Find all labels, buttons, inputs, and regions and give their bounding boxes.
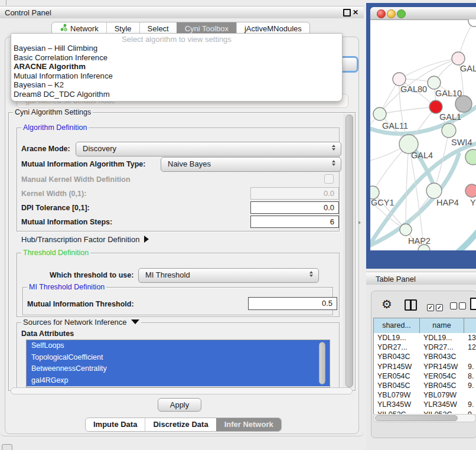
- table-row[interactable]: YBR043CYBR043C: [374, 352, 476, 361]
- table-row[interactable]: YPR145WYPR145W9.: [374, 362, 476, 371]
- new-table-icon[interactable]: [470, 298, 476, 310]
- tab-infer-network[interactable]: Infer Network: [216, 418, 281, 431]
- node-table-body: YDL19...YDL19...13YDR27...YDR27...12YBR0…: [373, 333, 476, 414]
- network-node-GAL11[interactable]: [373, 107, 386, 120]
- table-row[interactable]: YBR045CYBR045C9.: [374, 381, 476, 390]
- algorithm-option[interactable]: Mutual Information Inference: [11, 71, 342, 81]
- column-header-partial[interactable]: [464, 318, 476, 333]
- which-threshold-value: MI Threshold: [145, 270, 190, 279]
- network-edge[interactable]: [380, 107, 436, 114]
- unchecked-box-icon: [459, 302, 466, 309]
- column-header-name[interactable]: name: [420, 318, 464, 333]
- network-edge[interactable]: [452, 227, 476, 250]
- mi-steps-field[interactable]: 6: [250, 216, 339, 228]
- network-edge[interactable]: [406, 144, 409, 230]
- settings-vertical-scrollbar-thumb[interactable]: [345, 115, 353, 387]
- table-row[interactable]: YLR345WYLR345W9.: [374, 400, 476, 409]
- network-node-GAL1[interactable]: [429, 100, 442, 113]
- table-cell: YBR045C: [374, 381, 420, 390]
- kernel-width-field[interactable]: 0.0: [250, 187, 339, 200]
- tab-impute-data[interactable]: Impute Data: [86, 418, 145, 431]
- network-canvas-svg[interactable]: GALGAL80GAL10GAL1GAL11SWI4GAL4GCY1HAP4YH…: [370, 19, 476, 250]
- splitter-handle[interactable]: [358, 221, 361, 224]
- hub-tf-disclosure[interactable]: Hub/Transcription Factor Definition: [21, 235, 149, 244]
- manual-kernel-label: Manual Kernel Width Definition: [21, 175, 131, 184]
- attribute-item-selected[interactable]: BetweennessCentrality: [27, 363, 330, 375]
- network-node-partial-top[interactable]: [468, 19, 476, 27]
- attribute-item-selected[interactable]: TopologicalCoefficient: [27, 352, 330, 364]
- sources-disclosure[interactable]: Sources for Network Inference: [21, 318, 141, 327]
- table-cell: YIL052C: [420, 410, 464, 415]
- table-cell: YPR145W: [420, 362, 464, 371]
- hub-tf-label: Hub/Transcription Factor Definition: [21, 235, 139, 244]
- algorithm-option[interactable]: Bayesian – Hill Climbing: [11, 44, 342, 53]
- mi-type-value: Naive Bayes: [168, 159, 211, 168]
- which-threshold-combo[interactable]: MI Threshold: [138, 268, 319, 283]
- gear-icon[interactable]: ⚙: [382, 298, 392, 310]
- network-node-HAP2[interactable]: [400, 224, 412, 236]
- close-panel-icon[interactable]: ✕: [353, 9, 358, 16]
- network-node-gray-node[interactable]: [455, 96, 472, 112]
- network-node-GAL80[interactable]: [393, 73, 406, 86]
- algorithm-option[interactable]: Bayesian – K2: [11, 80, 342, 90]
- network-node-GCY1[interactable]: [370, 186, 379, 199]
- network-node-HAP4[interactable]: [426, 183, 442, 198]
- float-panel-icon[interactable]: [343, 9, 351, 17]
- table-panel-titlebar: Table Panel: [366, 272, 476, 286]
- network-node-right-green[interactable]: [465, 149, 476, 165]
- expanded-arrow-icon: [131, 319, 139, 324]
- table-horizontal-scrollbar[interactable]: [373, 414, 476, 422]
- network-node-GAL10[interactable]: [428, 76, 441, 89]
- algorithm-definition-title: Algorithm Definition: [21, 123, 89, 132]
- algorithm-dropdown-popup: Select algorithm to view settings Bayesi…: [11, 33, 343, 102]
- tab-infer-network-label: Infer Network: [224, 418, 273, 431]
- mi-type-combo[interactable]: Naive Bayes: [161, 157, 341, 172]
- screen: Control Panel ✕ Network Style Select Cyn…: [0, 0, 476, 450]
- manual-kernel-checkbox[interactable]: [324, 174, 334, 184]
- table-row[interactable]: YBL079WYBL079W: [374, 390, 476, 400]
- table-row[interactable]: YER054CYER054C8.: [374, 371, 476, 381]
- table-cell: YBR045C: [420, 381, 464, 390]
- unchecked-box-icon: [450, 302, 457, 309]
- table-cell: YDR27...: [420, 343, 464, 352]
- node-table-header: shared... name: [373, 318, 476, 334]
- table-cell: 12: [464, 343, 476, 352]
- table-row[interactable]: YIL052CYIL052C9.: [374, 410, 476, 415]
- algorithm-option[interactable]: Basic Correlation Inference: [11, 53, 342, 63]
- deselect-all-checks-icon[interactable]: [450, 301, 468, 312]
- attribute-item-selected[interactable]: SelfLoops: [27, 340, 330, 352]
- close-window-icon[interactable]: [377, 9, 386, 18]
- tab-discretize-data[interactable]: Discretize Data: [145, 418, 216, 431]
- table-row[interactable]: YDR27...YDR27...12: [374, 343, 476, 352]
- zoom-window-icon[interactable]: [397, 9, 406, 18]
- network-node-label: Y: [470, 198, 476, 207]
- split-columns-icon[interactable]: [405, 299, 417, 311]
- aracne-mode-combo[interactable]: Discovery: [76, 142, 341, 156]
- divider: [6, 0, 6, 5]
- table-row[interactable]: YDL19...YDL19...13: [374, 333, 476, 343]
- network-node-label: SWI4: [451, 138, 472, 147]
- table-cell: YPR145W: [374, 362, 420, 371]
- column-header-shared-name[interactable]: shared...: [374, 318, 420, 333]
- algorithm-option-selected[interactable]: ARACNE Algorithm: [11, 62, 342, 71]
- network-node-SWI4[interactable]: [442, 123, 456, 138]
- kernel-width-label: Kernel Width (0,1):: [21, 190, 86, 198]
- table-horizontal-scrollbar-thumb[interactable]: [375, 415, 458, 421]
- network-node-label: GAL80: [400, 84, 427, 94]
- minimized-panel-icon[interactable]: [2, 444, 12, 450]
- network-node-label: GCY1: [371, 198, 395, 207]
- attribute-item-selected[interactable]: gal4RGexp: [27, 375, 330, 387]
- apply-button[interactable]: Apply: [158, 398, 201, 412]
- settings-vertical-scrollbar[interactable]: [344, 113, 354, 389]
- network-node-gal-truncated[interactable]: [452, 52, 465, 65]
- minimize-window-icon[interactable]: [387, 9, 396, 18]
- select-all-checks-icon[interactable]: ✓✓: [427, 301, 445, 312]
- dpi-tolerance-field[interactable]: 0.0: [250, 201, 339, 214]
- settings-horizontal-scrollbar[interactable]: [11, 387, 353, 394]
- aracne-mode-label: Aracne Mode:: [21, 145, 70, 153]
- attribute-list-scrollbar-thumb[interactable]: [319, 342, 325, 384]
- table-cell: YBR043C: [374, 352, 420, 361]
- algorithm-option[interactable]: Dream8 DC_TDC Algorithm: [11, 90, 342, 99]
- mi-threshold-field[interactable]: 0.5: [248, 297, 337, 310]
- network-node-Y-truncated[interactable]: [465, 184, 476, 197]
